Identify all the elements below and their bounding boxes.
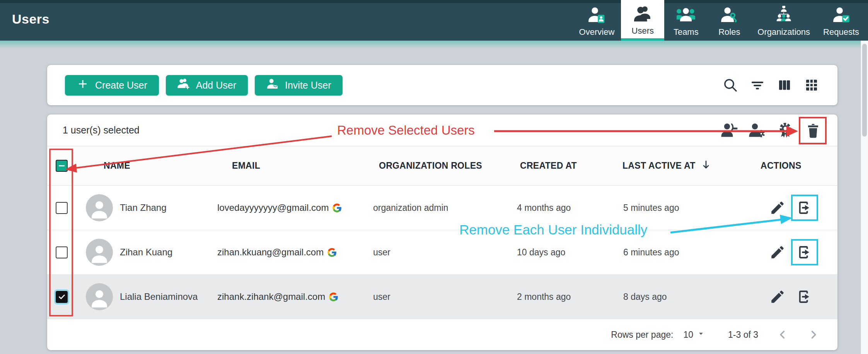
toolbar-view-icons [722, 77, 820, 93]
people-icon [633, 5, 652, 25]
award-icon[interactable] [776, 121, 794, 139]
google-icon [332, 203, 342, 213]
org-chart-icon [774, 6, 793, 26]
columns-icon[interactable] [776, 77, 793, 93]
user-email: zihan.kkuang@gmail.com [217, 247, 324, 258]
select-all-cell [47, 160, 76, 172]
grid-icon[interactable] [803, 77, 820, 93]
toolbar-card: Create User Add User Invite User [47, 65, 837, 105]
tab-roles-label: Roles [718, 27, 740, 37]
row-checkbox[interactable] [56, 202, 68, 214]
org-role: user [370, 292, 517, 302]
create-user-button[interactable]: Create User [65, 75, 159, 96]
plus-icon [77, 78, 89, 92]
person-check-icon [832, 6, 851, 26]
column-header-email[interactable]: EMAIL [217, 161, 370, 171]
tab-users[interactable]: Users [621, 0, 664, 41]
person-remove-icon[interactable] [721, 121, 738, 139]
last-active-at: 8 days ago [617, 292, 757, 302]
created-at: 4 months ago [517, 203, 617, 213]
tab-overview-label: Overview [579, 27, 615, 37]
google-icon [327, 247, 337, 258]
rows-per-page-value: 10 [683, 330, 693, 340]
row-checkbox[interactable] [56, 246, 68, 258]
org-role: user [370, 247, 517, 258]
previous-page-button[interactable] [776, 328, 789, 341]
last-active-at: 6 minutes ago [617, 247, 757, 258]
email-cell: zihank.zihank@gmail.com [217, 291, 370, 302]
trash-icon[interactable] [804, 121, 822, 139]
column-header-last-active-at[interactable]: LAST ACTIVE AT [617, 159, 757, 173]
scrollbar[interactable] [861, 41, 868, 354]
person-key-icon [720, 6, 738, 26]
filter-icon[interactable] [749, 77, 766, 93]
rows-per-page-select[interactable]: 10 [683, 329, 706, 340]
person-settings-icon[interactable] [749, 121, 766, 139]
user-name: Zihan Kuang [120, 247, 172, 258]
table-row[interactable]: Lialia Beniaminova zihank.zihank@gmail.c… [47, 275, 837, 319]
user-name: Tian Zhang [120, 202, 167, 213]
column-header-actions: ACTIONS [757, 161, 837, 171]
pagination-bar: Rows per page: 10 1-3 of 3 [47, 319, 837, 350]
row-actions [757, 244, 837, 260]
tab-overview[interactable]: Overview [573, 0, 621, 41]
remove-user-icon[interactable] [796, 244, 813, 260]
user-name: Lialia Beniaminova [120, 291, 198, 302]
name-cell: Zihan Kuang [76, 239, 217, 266]
team-group-icon [677, 6, 695, 26]
google-icon [328, 292, 339, 302]
table-row[interactable]: Zihan Kuang zihan.kkuang@gmail.com user … [47, 230, 837, 275]
org-role: organization admin [370, 203, 517, 213]
header-gradient [0, 41, 868, 51]
annotation-remove-selected: Remove Selected Users [337, 123, 475, 138]
app-header: Users Overview Users Teams [0, 0, 868, 41]
email-cell: lovedayyyyyyy@gmail.com [217, 202, 370, 213]
column-header-created-at[interactable]: CREATED AT [517, 161, 617, 171]
pagination-range: 1-3 of 3 [728, 330, 758, 340]
tab-requests[interactable]: Requests [817, 0, 866, 41]
add-user-label: Add User [196, 80, 236, 91]
row-checkbox[interactable] [56, 291, 68, 303]
created-at: 2 months ago [517, 292, 617, 302]
next-page-button[interactable] [807, 328, 820, 341]
annotation-remove-individual: Remove Each User Individually [459, 222, 647, 238]
invite-user-button[interactable]: Invite User [255, 75, 343, 96]
user-email: zihank.zihank@gmail.com [217, 291, 325, 302]
person-badge-icon [587, 6, 606, 26]
edit-pencil-icon[interactable] [769, 289, 786, 305]
select-all-checkbox[interactable] [56, 160, 68, 172]
edit-pencil-icon[interactable] [769, 244, 786, 260]
row-actions [757, 200, 837, 216]
avatar [86, 194, 113, 221]
column-header-name[interactable]: NAME [76, 161, 217, 171]
selection-count-text: 1 user(s) selected [63, 125, 140, 136]
selection-actions [721, 121, 822, 139]
users-table-card: 1 user(s) selected NAME EMAIL ORGANIZATI… [47, 115, 837, 350]
person-add-icon [177, 78, 190, 92]
name-cell: Tian Zhang [76, 194, 217, 221]
table-header-row: NAME EMAIL ORGANIZATION ROLES CREATED AT… [47, 146, 837, 186]
user-email: lovedayyyyyyy@gmail.com [217, 202, 329, 213]
create-user-label: Create User [95, 80, 147, 91]
remove-user-icon[interactable] [796, 200, 813, 216]
tab-teams[interactable]: Teams [664, 0, 708, 41]
scrollbar-thumb[interactable] [862, 44, 867, 137]
tab-organizations[interactable]: Organizations [751, 0, 817, 41]
last-active-at-label: LAST ACTIVE AT [622, 161, 696, 171]
email-cell: zihan.kkuang@gmail.com [217, 247, 370, 258]
tab-roles[interactable]: Roles [708, 0, 751, 41]
add-user-button[interactable]: Add User [166, 75, 248, 96]
table-row[interactable]: Tian Zhang lovedayyyyyyy@gmail.com organ… [47, 186, 837, 230]
search-icon[interactable] [722, 77, 738, 93]
edit-pencil-icon[interactable] [769, 200, 786, 216]
rows-per-page-label: Rows per page: [611, 330, 673, 340]
invite-user-label: Invite User [285, 80, 331, 91]
remove-user-icon[interactable] [796, 289, 813, 305]
users-admin-screen: Users Overview Users Teams [0, 0, 868, 354]
sort-desc-arrow-icon[interactable] [700, 159, 712, 173]
name-cell: Lialia Beniaminova [76, 283, 217, 310]
tab-organizations-label: Organizations [757, 27, 810, 37]
column-header-org-roles[interactable]: ORGANIZATION ROLES [370, 161, 517, 171]
tab-requests-label: Requests [823, 27, 859, 37]
chevron-down-icon [696, 329, 706, 340]
